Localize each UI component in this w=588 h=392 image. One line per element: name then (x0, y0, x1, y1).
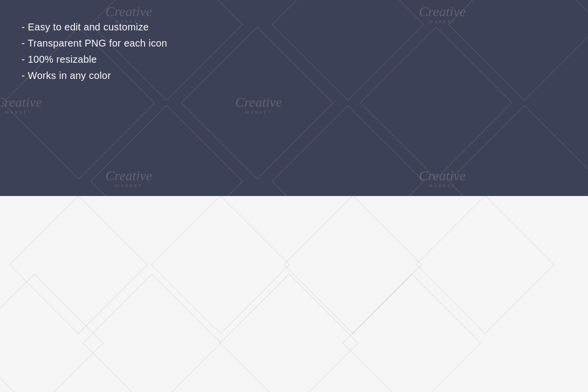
feature-item: - Easy to edit and customize (22, 22, 167, 33)
feature-list: - Easy to edit and customize - Transpare… (22, 22, 167, 86)
feature-item: - 100% resizable (22, 54, 167, 65)
bottom-section: Creative MARKET Creative MARKET Creative… (0, 196, 588, 392)
top-section: Creative MARKET Creative MARKET Creative… (0, 0, 588, 196)
feature-item: - Works in any color (22, 70, 167, 81)
feature-item: - Transparent PNG for each icon (22, 38, 167, 49)
